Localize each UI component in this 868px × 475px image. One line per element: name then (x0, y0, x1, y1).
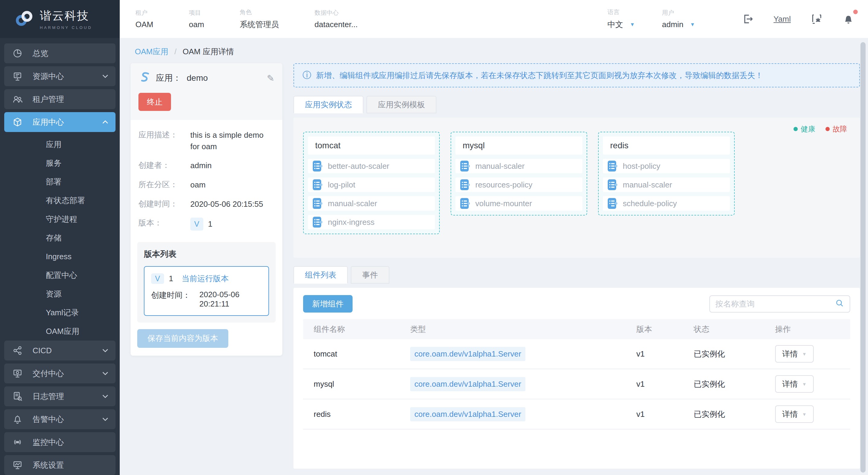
project-value: oam (189, 20, 204, 29)
cell-component-name: tomcat (314, 349, 410, 359)
monitor-chart-icon (11, 460, 24, 470)
sidebar-item-resource-center[interactable]: 资源中心 (4, 66, 116, 86)
sidebar-subitem-deployment[interactable]: 部署 (0, 172, 120, 191)
subitem-label: 存储 (46, 233, 62, 243)
search-box (709, 295, 850, 312)
sidebar-item-monitor-center[interactable]: 监控中心 (4, 432, 116, 452)
main-content: OAM应用 / OAM 应用详情 应用： demo ✎ 终止 应用描述： thi… (120, 38, 868, 475)
sidebar-item-cicd[interactable]: CICD (4, 341, 116, 361)
field-value: admin (190, 160, 275, 171)
tab-instance-template[interactable]: 应用实例模板 (367, 96, 436, 113)
chevron-up-icon (102, 120, 108, 124)
sidebar-item-system-settings[interactable]: 系统设置 (4, 455, 116, 475)
breadcrumb-link[interactable]: OAM应用 (135, 46, 168, 57)
tab-instance-status[interactable]: 应用实例状态 (293, 96, 364, 113)
sidebar-subitem-ingress[interactable]: Ingress (0, 247, 120, 266)
sidebar-subitem-config-center[interactable]: 配置中心 (0, 266, 120, 284)
add-component-button[interactable]: 新增组件 (303, 295, 352, 312)
tab-label: 应用实例模板 (378, 99, 425, 110)
trait-name: manual-scaler (475, 162, 525, 171)
version-item[interactable]: V 1 当前运行版本 创建时间： 2020-05-06 20:21:11 (144, 266, 269, 316)
legend-healthy: 健康 (794, 124, 815, 134)
cell-version: v1 (637, 379, 694, 389)
search-input[interactable] (715, 299, 835, 309)
application-card-header: 应用： demo ✎ 终止 (131, 63, 282, 120)
component-header[interactable]: redis (603, 137, 730, 155)
trait-item[interactable]: manual-scaler (603, 177, 730, 192)
yaml-link[interactable]: Yaml (774, 14, 791, 24)
component-header[interactable]: tomcat (308, 137, 435, 155)
detail-dropdown-button[interactable]: 详情▼ (775, 375, 814, 393)
sidebar-item-delivery-center[interactable]: 交付中心 (4, 364, 116, 383)
info-icon: ⓘ (303, 69, 311, 81)
field-label: 创建者： (138, 160, 190, 171)
sidebar-subitem-storage[interactable]: 存储 (0, 229, 120, 247)
component-type-link[interactable]: core.oam.dev/v1alpha1.Server (410, 407, 525, 421)
sidebar-item-app-center[interactable]: 应用中心 (4, 112, 116, 132)
language-dropdown[interactable]: 语言 中文 ▼ (608, 8, 635, 30)
sidebar-item-overview[interactable]: 总览 (4, 43, 116, 63)
sidebar-item-label: 总览 (33, 48, 48, 59)
trait-item[interactable]: manual-scaler (308, 196, 435, 211)
component-type-link[interactable]: core.oam.dev/v1alpha1.Server (410, 347, 525, 361)
chevron-down-icon (102, 395, 108, 398)
version-number: 1 (208, 219, 212, 229)
tab-events[interactable]: 事件 (351, 266, 390, 283)
trait-item[interactable]: log-pilot (308, 177, 435, 192)
tab-label: 应用实例状态 (305, 99, 352, 110)
caret-down-icon: ▼ (802, 351, 807, 357)
version-number: 1 (169, 274, 173, 283)
search-icon[interactable] (835, 299, 844, 309)
app-label: 应用： (156, 72, 181, 84)
logout-button[interactable] (742, 13, 754, 25)
sidebar-subitem-app[interactable]: 应用 (0, 135, 120, 154)
user-dropdown[interactable]: 用户 admin ▼ (662, 9, 695, 29)
sidebar-item-tenant-management[interactable]: 租户管理 (4, 89, 116, 109)
sidebar-item-alert-center[interactable]: 告警中心 (4, 409, 116, 429)
brand-logo: 谐云科技 HARMONY CLOUD (0, 0, 120, 38)
detail-dropdown-button[interactable]: 详情▼ (775, 405, 814, 423)
sidebar-subitem-oam-app[interactable]: OAM应用 (0, 322, 120, 341)
component-header[interactable]: mysql (456, 137, 582, 155)
application-card: 应用： demo ✎ 终止 应用描述： this is a simple dem… (131, 63, 282, 355)
trait-item[interactable]: schedule-policy (603, 196, 730, 211)
datacenter-value: datacenter... (315, 20, 358, 29)
trait-name: resources-policy (475, 180, 532, 190)
breadcrumb-separator: / (174, 47, 177, 56)
sidebar-subitem-yaml-record[interactable]: Yaml记录 (0, 303, 120, 322)
notifications-button[interactable] (843, 13, 854, 25)
edit-pencil-icon[interactable]: ✎ (267, 73, 275, 83)
healthy-dot-icon (794, 127, 798, 131)
trait-name: log-pilot (328, 180, 355, 190)
bell-icon (11, 414, 24, 425)
version-created-label: 创建时间： (151, 290, 199, 309)
debug-button[interactable] (811, 13, 823, 25)
users-icon (11, 94, 24, 104)
brand-subtitle: HARMONY CLOUD (40, 25, 92, 30)
detail-dropdown-button[interactable]: 详情▼ (775, 345, 814, 363)
tab-component-list[interactable]: 组件列表 (293, 266, 348, 283)
sidebar-subitem-resource[interactable]: 资源 (0, 284, 120, 303)
trait-item[interactable]: manual-scaler (456, 159, 582, 173)
subitem-label: 应用 (46, 139, 62, 150)
detail-label: 详情 (782, 349, 798, 359)
vertical-scrollbar[interactable] (861, 42, 866, 473)
save-version-button[interactable]: 保存当前内容为版本 (137, 329, 228, 348)
trait-item[interactable]: volume-mounter (456, 196, 582, 211)
trait-name: schedule-policy (623, 199, 677, 208)
trait-item[interactable]: better-auto-scaler (308, 159, 435, 173)
component-type-link[interactable]: core.oam.dev/v1alpha1.Server (410, 377, 525, 391)
sidebar-item-log-management[interactable]: 日志管理 (4, 386, 116, 406)
sidebar-subitem-statefulset[interactable]: 有状态部署 (0, 191, 120, 210)
status-legend: 健康 故障 (794, 124, 847, 134)
instance-box-tomcat: tomcat better-auto-scaler log-pilot manu… (303, 132, 440, 234)
trait-item[interactable]: host-policy (603, 159, 730, 173)
cell-component-name: redis (314, 410, 410, 419)
table-row: mysql core.oam.dev/v1alpha1.Server v1 已实… (303, 369, 850, 399)
sidebar-subitem-daemonset[interactable]: 守护进程 (0, 210, 120, 229)
sidebar-item-label: 系统设置 (33, 460, 64, 471)
trait-item[interactable]: resources-policy (456, 177, 582, 192)
sidebar-subitem-service[interactable]: 服务 (0, 154, 120, 172)
trait-item[interactable]: nginx-ingress (308, 215, 435, 229)
terminate-button[interactable]: 终止 (138, 93, 171, 111)
